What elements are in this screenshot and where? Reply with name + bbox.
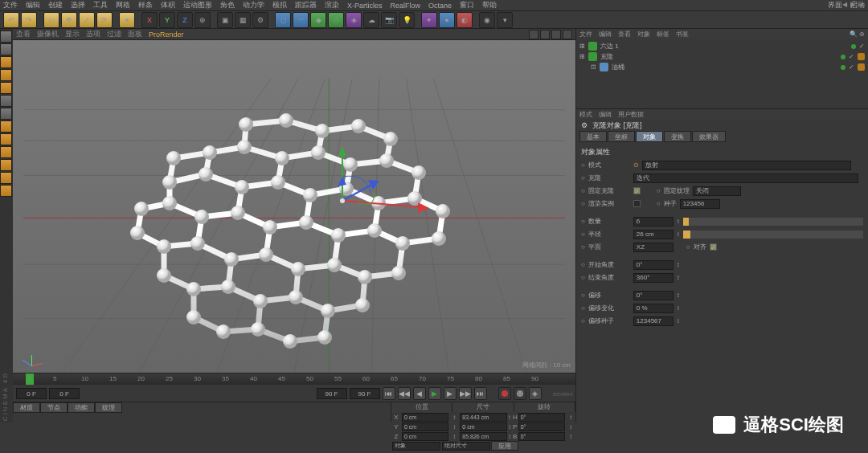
coord-z-rot[interactable]: 0°	[518, 432, 565, 441]
attr-tab-basic[interactable]: 基本	[579, 131, 607, 142]
om-menu-tags[interactable]: 标签	[657, 30, 669, 39]
mat-tab-func[interactable]: 功能	[68, 402, 95, 413]
attr-nav-up[interactable]: ▲	[858, 1, 865, 8]
rf-tool2[interactable]: ◐	[457, 12, 473, 28]
coord-mode2[interactable]: 绝对尺寸	[442, 442, 490, 451]
edge-mode[interactable]	[0, 69, 12, 81]
attr-offset-field[interactable]: 0°	[633, 291, 674, 300]
menu-mograph[interactable]: 运动图形	[183, 0, 212, 10]
om-menu-bookmark[interactable]: 书签	[676, 30, 689, 39]
timeline-start-field[interactable]	[16, 388, 47, 399]
timeline-end2-field[interactable]	[350, 388, 380, 399]
coord-mode1[interactable]: 对象	[392, 442, 440, 451]
axis-mode[interactable]	[0, 95, 12, 107]
om-search-icon[interactable]: 🔍	[850, 31, 858, 38]
coord-y-pos[interactable]: 0 cm	[402, 422, 448, 431]
mat-tab-material[interactable]: 材质	[13, 402, 40, 413]
menu-dynamics[interactable]: 动力学	[243, 0, 264, 10]
scale-tool[interactable]: ⤢	[79, 12, 95, 28]
vp-nav2[interactable]	[540, 30, 550, 39]
vp-nav3[interactable]	[551, 30, 561, 39]
attr-count-field[interactable]: 6	[633, 217, 674, 226]
attr-start-field[interactable]: 0°	[633, 260, 674, 270]
misc-mode[interactable]	[0, 185, 12, 197]
vp-menu-display[interactable]: 显示	[65, 29, 80, 39]
menu-select[interactable]: 选择	[71, 0, 85, 10]
deformer[interactable]: ◈	[346, 12, 362, 28]
prev-key-button[interactable]: ◀◀	[398, 387, 411, 400]
z-axis-toggle[interactable]: Z	[177, 12, 193, 28]
undo-button[interactable]: ↶	[3, 12, 19, 28]
menu-tools[interactable]: 工具	[93, 0, 108, 10]
menu-realflow[interactable]: RealFlow	[391, 2, 421, 10]
goto-start-button[interactable]: ⏮	[383, 387, 395, 400]
octane-tool[interactable]: ◉	[479, 12, 495, 28]
recent-tool[interactable]: ●	[119, 12, 135, 28]
menu-render[interactable]: 渲染	[325, 0, 339, 10]
attr-ovar-field[interactable]: 0 %	[633, 304, 674, 313]
coord-y-rot[interactable]: 0°	[518, 422, 565, 431]
vp-nav1[interactable]	[529, 30, 538, 39]
attr-tab-object[interactable]: 对象	[636, 131, 663, 142]
prev-frame-button[interactable]: ◀	[413, 387, 426, 400]
attr-instance-checkbox[interactable]	[633, 200, 641, 207]
menu-edit[interactable]: 编辑	[26, 0, 40, 10]
rf-tool[interactable]: ●	[439, 12, 455, 28]
attr-fixtex-dropdown[interactable]: 关闭	[693, 186, 741, 196]
obj-item-0[interactable]: ⊞六边 1✓	[579, 41, 865, 51]
key-channels[interactable]: ○○○ ○○○ ○	[553, 391, 573, 397]
tweak-mode[interactable]	[0, 120, 12, 133]
attr-fixclone-checkbox[interactable]: ✓	[633, 187, 641, 194]
attr-seed-field[interactable]: 123456	[680, 199, 720, 209]
xp-tool[interactable]: ✦	[421, 12, 437, 28]
menu-volume[interactable]: 体积	[161, 0, 175, 10]
attr-count-slider[interactable]	[683, 218, 863, 226]
spline-primitive[interactable]: 〰	[293, 12, 309, 28]
attr-oseed-field[interactable]: 1234567	[633, 316, 674, 326]
attr-menu-userdata[interactable]: 用户数据	[618, 110, 644, 119]
model-mode[interactable]	[0, 31, 12, 43]
next-frame-button[interactable]: ▶	[444, 387, 457, 400]
locked[interactable]	[0, 159, 12, 171]
coord-apply-button[interactable]: 应用	[491, 441, 518, 451]
attr-tab-effector[interactable]: 效果器	[692, 131, 726, 142]
om-menu-object[interactable]: 对象	[637, 30, 650, 39]
coord-system[interactable]: ⊕	[194, 12, 211, 28]
next-key-button[interactable]: ▶▶	[459, 387, 472, 400]
attr-end-field[interactable]: 360°	[633, 273, 674, 283]
play-button[interactable]: ▶	[428, 387, 441, 400]
record-button[interactable]	[498, 387, 511, 400]
timeline-ruler[interactable]: 0 5 10 15 20 25 30 35 40 45 50 55 60 65 …	[13, 373, 575, 385]
point-mode[interactable]	[0, 56, 12, 68]
mat-tab-texture[interactable]: 纹理	[95, 402, 122, 413]
vp-menu-panel[interactable]: 面板	[128, 29, 142, 39]
coord-z-size[interactable]: 85.826 cm	[460, 432, 506, 441]
obj-item-2[interactable]: ⊡油桶✓	[579, 62, 865, 72]
menu-file[interactable]: 文件	[3, 0, 18, 10]
y-axis-toggle[interactable]: Y	[159, 12, 175, 28]
menu-octane[interactable]: Octane	[428, 2, 452, 10]
menu-simulate[interactable]: 模拟	[272, 0, 287, 10]
viewport-3d[interactable]: 网格间距 : 10 cm	[13, 40, 575, 373]
om-menu-view[interactable]: 查看	[618, 30, 631, 39]
autokey-button[interactable]	[514, 387, 526, 400]
mat-tab-node[interactable]: 节点	[40, 402, 68, 413]
key-opts-button[interactable]: ◈	[529, 387, 542, 400]
vp-menu-camera[interactable]: 摄像机	[37, 29, 59, 39]
transform-gizmo[interactable]	[318, 145, 447, 241]
move-tool[interactable]: ✥	[61, 12, 77, 28]
menu-character[interactable]: 角色	[220, 0, 235, 10]
menu-window[interactable]: 窗口	[460, 0, 474, 10]
menu-help[interactable]: 帮助	[482, 0, 497, 10]
goto-end-button[interactable]: ⏭	[474, 387, 487, 400]
snap-toggle[interactable]	[0, 133, 12, 145]
camera[interactable]: 📷	[381, 12, 397, 28]
soft-select[interactable]	[0, 172, 12, 184]
cube-primitive[interactable]: ◻	[275, 12, 291, 28]
x-axis-toggle[interactable]: X	[141, 12, 158, 28]
menu-mesh[interactable]: 网格	[116, 0, 130, 10]
misc-tool[interactable]: ▾	[497, 12, 513, 28]
vp-nav4[interactable]	[563, 30, 572, 39]
workplane[interactable]	[0, 146, 12, 158]
render-region[interactable]: ▦	[235, 12, 251, 28]
